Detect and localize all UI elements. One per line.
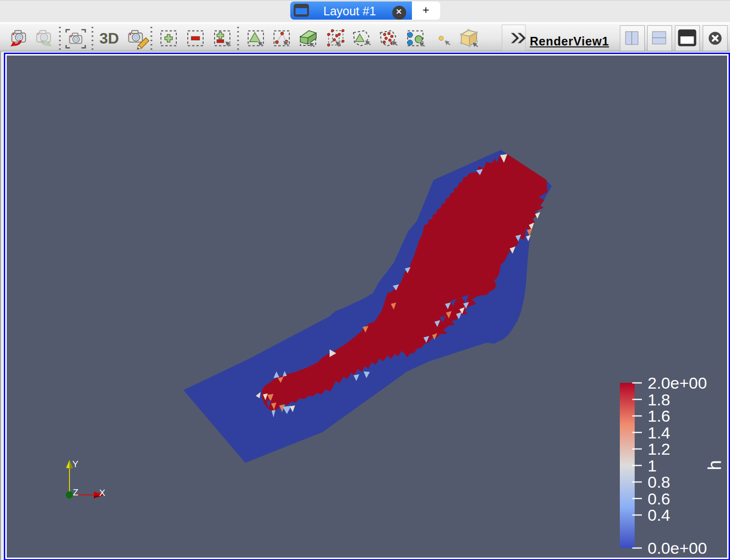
svg-text:1.8: 1.8	[648, 391, 670, 409]
svg-text:3D: 3D	[100, 30, 119, 47]
svg-text:1.2: 1.2	[648, 440, 670, 458]
svg-text:0.6: 0.6	[648, 490, 670, 508]
svg-text:X: X	[99, 488, 105, 498]
svg-text:Y: Y	[72, 459, 79, 469]
svg-text:1.4: 1.4	[648, 424, 670, 442]
svg-text:0.8: 0.8	[648, 473, 670, 491]
svg-text:0.4: 0.4	[648, 506, 670, 524]
svg-text:1: 1	[648, 457, 657, 475]
svg-text:2.0e+00: 2.0e+00	[648, 374, 707, 392]
svg-text:1.6: 1.6	[648, 407, 670, 425]
svg-text:Z: Z	[73, 487, 79, 497]
svg-text:h: h	[705, 460, 725, 470]
svg-text:0.0e+00: 0.0e+00	[648, 539, 707, 557]
